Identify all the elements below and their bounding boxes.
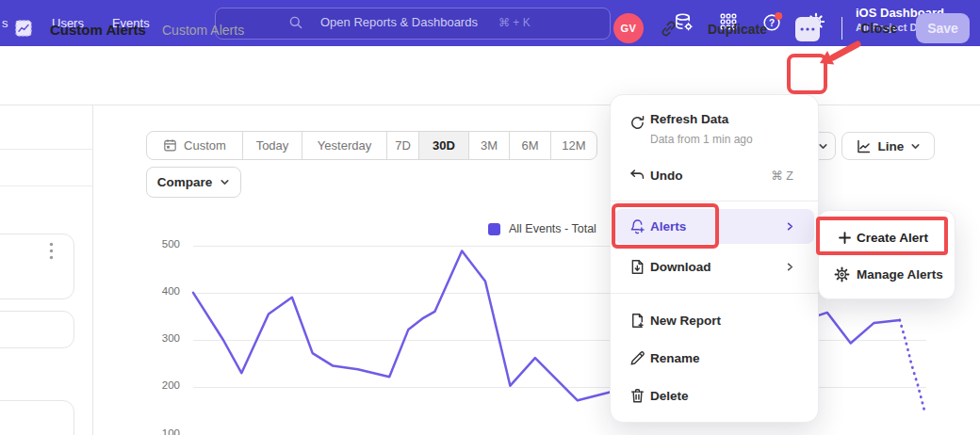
menu-item-undo[interactable]: Undo ⌘ Z xyxy=(611,161,818,189)
date-range-12m[interactable]: 12M xyxy=(551,132,596,159)
menu-item-download[interactable]: Download xyxy=(611,252,818,281)
date-range-label: 6M xyxy=(521,138,538,153)
ellipsis-icon xyxy=(799,25,816,33)
date-range-selector: CustomTodayYesterday7D30D3M6M12M xyxy=(146,131,597,160)
divider xyxy=(0,149,92,150)
menu-item-refresh-data[interactable]: Refresh Data Data from 1 min ago xyxy=(611,110,818,152)
download-icon xyxy=(627,258,647,276)
chart-legend[interactable]: All Events - Total xyxy=(488,222,596,235)
date-range-today[interactable]: Today xyxy=(243,132,302,159)
compare-label: Compare xyxy=(157,175,213,189)
calendar-icon xyxy=(163,138,177,153)
submenu-item-create-alert[interactable]: Create Alert xyxy=(819,222,955,252)
search-shortcut-hint: ⌘ + K xyxy=(498,16,531,29)
notification-dot xyxy=(775,12,782,20)
date-range-3m[interactable]: 3M xyxy=(469,132,510,159)
report-options-menu: Refresh Data Data from 1 min ago Undo ⌘ … xyxy=(610,94,819,423)
query-card[interactable] xyxy=(0,400,74,435)
menu-item-subtitle: Data from 1 min ago xyxy=(650,133,753,146)
menu-item-label: Refresh Data xyxy=(650,112,728,126)
kebab-menu-icon[interactable] xyxy=(49,242,54,260)
menu-item-label: Delete xyxy=(650,389,689,403)
legend-swatch xyxy=(488,223,500,235)
date-range-yesterday[interactable]: Yesterday xyxy=(302,132,387,159)
chevron-down-icon xyxy=(910,141,921,152)
menu-item-new-report[interactable]: New Report xyxy=(611,306,818,334)
undo-icon xyxy=(627,167,647,185)
date-range-label: Today xyxy=(256,138,289,153)
date-range-label: 12M xyxy=(562,138,585,153)
date-range-7d[interactable]: 7D xyxy=(387,132,419,159)
save-button[interactable]: Save xyxy=(916,13,970,43)
plus-icon xyxy=(834,231,855,245)
chart-type-button[interactable]: Line xyxy=(841,132,935,160)
y-axis-tick: 200 xyxy=(137,379,180,391)
copy-link-icon[interactable] xyxy=(659,19,678,39)
duplicate-button[interactable]: Duplicate xyxy=(708,22,767,37)
report-type-icon xyxy=(15,20,32,37)
bell-plus-icon xyxy=(627,218,647,235)
date-range-label: 30D xyxy=(433,138,455,153)
submenu-item-label: Create Alert xyxy=(857,231,928,245)
shortcut-hint: ⌘ Z xyxy=(771,169,793,183)
new-report-icon xyxy=(627,312,647,330)
chevron-right-icon xyxy=(785,262,795,272)
submenu-item-label: Manage Alerts xyxy=(857,267,943,282)
divider xyxy=(611,293,818,294)
menu-item-rename[interactable]: Rename xyxy=(611,344,818,372)
divider xyxy=(841,17,842,40)
line-chart-icon xyxy=(856,138,872,154)
refresh-icon xyxy=(627,114,647,132)
date-range-label: 7D xyxy=(395,138,411,153)
gear-icon xyxy=(831,266,852,283)
search-icon xyxy=(288,15,303,30)
menu-item-label: New Report xyxy=(650,314,721,328)
page-title: Custom Alerts xyxy=(50,22,146,38)
date-range-label: 3M xyxy=(481,138,498,153)
alerts-submenu: Create Alert Manage Alerts xyxy=(818,210,956,299)
pencil-icon xyxy=(627,349,647,367)
divider xyxy=(0,185,92,186)
y-axis-tick: 100 xyxy=(137,427,180,435)
report-header xyxy=(0,46,980,105)
submenu-item-manage-alerts[interactable]: Manage Alerts xyxy=(819,259,955,289)
chevron-right-icon xyxy=(785,221,795,232)
avatar[interactable]: GV xyxy=(613,13,644,43)
y-axis-tick: 300 xyxy=(137,332,180,344)
menu-item-label: Undo xyxy=(650,169,683,183)
y-axis-tick: 500 xyxy=(137,238,180,250)
svg-text:?: ? xyxy=(769,18,775,28)
close-button[interactable]: Close xyxy=(860,21,898,36)
search-placeholder: Open Reports & Dashboards xyxy=(320,15,478,29)
app-window: s UsersEvents Open Reports & Dashboards … xyxy=(0,0,980,435)
date-range-label: Yesterday xyxy=(318,138,371,153)
query-builder-panel xyxy=(0,105,93,435)
more-options-button[interactable] xyxy=(795,17,820,41)
query-card[interactable] xyxy=(0,234,74,299)
y-axis-tick: 400 xyxy=(137,285,180,297)
nav-truncated-label: s xyxy=(2,16,8,30)
menu-item-label: Rename xyxy=(650,351,700,365)
menu-item-alerts[interactable]: Alerts xyxy=(614,209,814,244)
trash-icon xyxy=(627,387,647,405)
divider xyxy=(611,201,818,201)
breadcrumb: Custom Alerts xyxy=(162,23,244,38)
date-range-label: Custom xyxy=(184,138,226,153)
menu-item-label: Alerts xyxy=(650,219,686,234)
chevron-down-icon xyxy=(220,177,230,187)
date-range-6m[interactable]: 6M xyxy=(510,132,551,159)
chevron-down-icon xyxy=(818,141,828,152)
legend-label: All Events - Total xyxy=(509,222,596,235)
query-card[interactable] xyxy=(0,311,74,348)
date-range-30d[interactable]: 30D xyxy=(419,132,469,159)
date-range-custom[interactable]: Custom xyxy=(147,132,243,159)
compare-button[interactable]: Compare xyxy=(146,167,241,198)
menu-item-label: Download xyxy=(650,260,711,274)
chart-type-label: Line xyxy=(878,139,905,153)
menu-item-delete[interactable]: Delete xyxy=(611,381,818,410)
